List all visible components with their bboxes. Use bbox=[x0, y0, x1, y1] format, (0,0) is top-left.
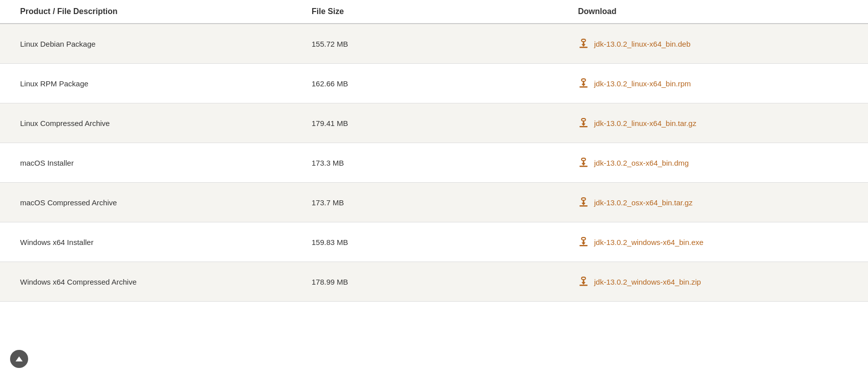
download-icon bbox=[578, 157, 589, 168]
svg-rect-20 bbox=[582, 237, 586, 240]
row-description-linux-rpm: Linux RPM Package bbox=[0, 64, 292, 103]
svg-marker-23 bbox=[582, 242, 586, 245]
download-icon bbox=[578, 236, 589, 247]
svg-marker-27 bbox=[582, 282, 586, 285]
svg-rect-5 bbox=[580, 86, 588, 88]
row-download-linux-debian: jdk-13.0.2_linux-x64_bin.deb bbox=[558, 24, 868, 64]
row-download-macos-installer: jdk-13.0.2_osx-x64_bin.dmg bbox=[558, 143, 868, 183]
download-link-linux-rpm[interactable]: jdk-13.0.2_linux-x64_bin.rpm bbox=[578, 78, 848, 89]
download-link-linux-archive[interactable]: jdk-13.0.2_linux-x64_bin.tar.gz bbox=[578, 117, 848, 129]
col-header-filesize: File Size bbox=[292, 0, 558, 24]
filename-linux-debian: jdk-13.0.2_linux-x64_bin.deb bbox=[594, 40, 691, 48]
download-icon bbox=[578, 117, 589, 129]
row-filesize-macos-installer: 173.3 MB bbox=[292, 143, 558, 183]
table-row-linux-archive: Linux Compressed Archive179.41 MB jdk-13… bbox=[0, 103, 868, 143]
svg-rect-24 bbox=[582, 277, 586, 280]
svg-marker-28 bbox=[16, 356, 23, 361]
filename-macos-installer: jdk-13.0.2_osx-x64_bin.dmg bbox=[594, 159, 689, 167]
table-row-linux-debian: Linux Debian Package155.72 MB jdk-13.0.2… bbox=[0, 24, 868, 64]
row-description-windows-archive: Windows x64 Compressed Archive bbox=[0, 262, 292, 302]
download-link-windows-installer[interactable]: jdk-13.0.2_windows-x64_bin.exe bbox=[578, 236, 848, 247]
download-link-macos-archive[interactable]: jdk-13.0.2_osx-x64_bin.tar.gz bbox=[578, 197, 848, 208]
download-link-linux-debian[interactable]: jdk-13.0.2_linux-x64_bin.deb bbox=[578, 38, 848, 49]
svg-rect-16 bbox=[582, 198, 586, 200]
table-row-macos-archive: macOS Compressed Archive173.7 MB jdk-13.… bbox=[0, 183, 868, 222]
svg-marker-3 bbox=[582, 44, 586, 47]
row-description-linux-archive: Linux Compressed Archive bbox=[0, 103, 292, 143]
row-download-linux-archive: jdk-13.0.2_linux-x64_bin.tar.gz bbox=[558, 103, 868, 143]
scroll-to-top-button[interactable] bbox=[10, 350, 28, 368]
download-icon bbox=[578, 276, 589, 287]
download-icon bbox=[578, 78, 589, 89]
table-row-macos-installer: macOS Installer173.3 MB jdk-13.0.2_osx-x… bbox=[0, 143, 868, 183]
svg-rect-0 bbox=[582, 39, 586, 42]
svg-rect-1 bbox=[580, 47, 588, 48]
download-link-windows-archive[interactable]: jdk-13.0.2_windows-x64_bin.zip bbox=[578, 276, 848, 287]
row-filesize-linux-archive: 179.41 MB bbox=[292, 103, 558, 143]
row-filesize-windows-installer: 159.83 MB bbox=[292, 222, 558, 262]
filename-macos-archive: jdk-13.0.2_osx-x64_bin.tar.gz bbox=[594, 198, 693, 207]
svg-rect-4 bbox=[582, 79, 586, 81]
filename-linux-rpm: jdk-13.0.2_linux-x64_bin.rpm bbox=[594, 79, 691, 88]
row-filesize-macos-archive: 173.7 MB bbox=[292, 183, 558, 222]
table-row-windows-archive: Windows x64 Compressed Archive178.99 MB … bbox=[0, 262, 868, 302]
table-header-row: Product / File Description File Size Dow… bbox=[0, 0, 868, 24]
row-description-macos-archive: macOS Compressed Archive bbox=[0, 183, 292, 222]
svg-rect-25 bbox=[580, 285, 588, 286]
svg-marker-19 bbox=[582, 203, 586, 205]
svg-marker-7 bbox=[582, 84, 586, 86]
svg-rect-9 bbox=[580, 126, 588, 128]
download-table: Product / File Description File Size Dow… bbox=[0, 0, 868, 302]
download-icon bbox=[578, 197, 589, 208]
download-link-macos-installer[interactable]: jdk-13.0.2_osx-x64_bin.dmg bbox=[578, 157, 848, 168]
row-description-windows-installer: Windows x64 Installer bbox=[0, 222, 292, 262]
svg-rect-12 bbox=[582, 158, 586, 161]
row-download-linux-rpm: jdk-13.0.2_linux-x64_bin.rpm bbox=[558, 64, 868, 103]
row-download-macos-archive: jdk-13.0.2_osx-x64_bin.tar.gz bbox=[558, 183, 868, 222]
svg-rect-17 bbox=[580, 205, 588, 207]
filename-windows-installer: jdk-13.0.2_windows-x64_bin.exe bbox=[594, 238, 704, 246]
row-description-macos-installer: macOS Installer bbox=[0, 143, 292, 183]
svg-rect-13 bbox=[580, 166, 588, 167]
table-row-windows-installer: Windows x64 Installer159.83 MB jdk-13.0.… bbox=[0, 222, 868, 262]
filename-windows-archive: jdk-13.0.2_windows-x64_bin.zip bbox=[594, 278, 701, 286]
col-header-download: Download bbox=[558, 0, 868, 24]
table-row-linux-rpm: Linux RPM Package162.66 MB jdk-13.0.2_li… bbox=[0, 64, 868, 103]
row-filesize-linux-debian: 155.72 MB bbox=[292, 24, 558, 64]
download-table-container: Product / File Description File Size Dow… bbox=[0, 0, 868, 378]
svg-rect-21 bbox=[580, 245, 588, 246]
row-description-linux-debian: Linux Debian Package bbox=[0, 24, 292, 64]
row-filesize-linux-rpm: 162.66 MB bbox=[292, 64, 558, 103]
row-download-windows-archive: jdk-13.0.2_windows-x64_bin.zip bbox=[558, 262, 868, 302]
svg-rect-8 bbox=[582, 118, 586, 121]
svg-marker-11 bbox=[582, 123, 586, 126]
filename-linux-archive: jdk-13.0.2_linux-x64_bin.tar.gz bbox=[594, 119, 696, 128]
svg-marker-15 bbox=[582, 163, 586, 166]
row-download-windows-installer: jdk-13.0.2_windows-x64_bin.exe bbox=[558, 222, 868, 262]
download-icon bbox=[578, 38, 589, 49]
row-filesize-windows-archive: 178.99 MB bbox=[292, 262, 558, 302]
col-header-description: Product / File Description bbox=[0, 0, 292, 24]
